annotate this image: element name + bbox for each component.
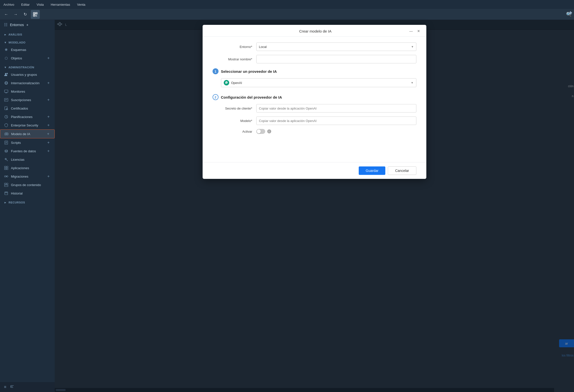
provider-select[interactable]: OpenAI ▼: [221, 78, 416, 87]
enterprise-security-icon: [4, 123, 8, 127]
sidebar-item-modelo-ia[interactable]: Modelo de IA +: [0, 129, 55, 138]
svg-rect-47: [5, 192, 8, 195]
fuentes-datos-plus[interactable]: +: [46, 149, 51, 153]
activate-row: Activar i: [213, 129, 416, 134]
menu-herramientas[interactable]: Herramientas: [49, 2, 72, 7]
svg-rect-40: [4, 168, 6, 170]
section2-title: Configuración del proveedor de IA: [221, 95, 282, 99]
menu-editar[interactable]: Editar: [20, 2, 31, 7]
sidebar-item-enterprise-security[interactable]: Enterprise Security +: [0, 121, 55, 129]
qr-button[interactable]: [31, 10, 40, 19]
sidebar-item-objetos[interactable]: ⬡ Objetos +: [0, 54, 55, 62]
svg-rect-39: [6, 166, 8, 168]
secret-row: Secreto de cliente*: [213, 104, 416, 113]
administracion-chevron: ▼: [4, 66, 7, 69]
model-input[interactable]: [256, 117, 416, 125]
enterprise-security-plus[interactable]: +: [46, 123, 51, 127]
modal-minimize-button[interactable]: —: [408, 28, 414, 34]
sidebar-item-historial[interactable]: Historial: [0, 189, 55, 197]
scripts-plus[interactable]: +: [46, 140, 51, 145]
internacionalizacion-plus[interactable]: +: [46, 81, 51, 85]
suscripciones-plus[interactable]: +: [46, 98, 51, 102]
save-button[interactable]: Guardar: [359, 166, 385, 175]
migraciones-plus[interactable]: +: [46, 174, 51, 179]
modal-close-button[interactable]: ✕: [416, 28, 421, 34]
administracion-section[interactable]: ▼ ADMINISTRACIÓN: [0, 62, 55, 70]
secret-input[interactable]: [256, 104, 416, 113]
svg-rect-45: [6, 183, 8, 185]
sidebar-item-suscripciones[interactable]: Suscripciones +: [0, 96, 55, 104]
svg-rect-9: [36, 16, 36, 16]
mostrar-nombre-label: Mostrar nombre*: [213, 57, 252, 61]
svg-rect-41: [6, 168, 8, 170]
sidebar-item-migraciones[interactable]: Migraciones +: [0, 172, 55, 181]
svg-point-27: [7, 134, 7, 134]
sidebar-item-grupos-contenido[interactable]: Grupos de contenido: [0, 181, 55, 189]
menu-vista[interactable]: Vista: [35, 2, 45, 7]
section1-header: 1 Seleccionar un proveedor de IA: [213, 68, 416, 74]
usuarios-icon: [4, 72, 8, 77]
sidebar-item-aplicaciones[interactable]: Aplicaciones: [0, 164, 55, 172]
activate-toggle-container: i: [256, 129, 271, 134]
mostrar-nombre-input[interactable]: [256, 55, 416, 63]
svg-rect-7: [36, 15, 37, 16]
openai-icon: [224, 80, 229, 85]
pin-icon[interactable]: [568, 11, 572, 16]
svg-rect-3: [34, 13, 35, 14]
planificaciones-icon: [4, 115, 8, 119]
mostrar-nombre-row: Mostrar nombre*: [213, 55, 416, 63]
sidebar-item-planificaciones[interactable]: Planificaciones +: [0, 113, 55, 121]
sidebar-item-usuarios-grupos[interactable]: Usuarios y grupos: [0, 70, 55, 79]
sidebar-item-fuentes-datos[interactable]: Fuentes de datos +: [0, 147, 55, 155]
modelado-section[interactable]: ▼ MODELADO: [0, 38, 55, 45]
sidebar-item-esquemas[interactable]: ❋ Esquemas: [0, 45, 55, 54]
entorno-row: Entorno* Local ▼: [213, 42, 416, 51]
internacionalizacion-icon: [4, 81, 8, 85]
aplicaciones-icon: [4, 166, 8, 170]
entorno-select-wrapper: Local ▼: [256, 42, 416, 51]
certificados-icon: [4, 106, 8, 111]
svg-point-63: [226, 82, 227, 83]
refresh-button[interactable]: ↻: [21, 11, 29, 18]
svg-rect-5: [34, 15, 35, 16]
entornos-plus-icon[interactable]: +: [26, 23, 28, 27]
sidebar-item-scripts[interactable]: Scripts +: [0, 138, 55, 147]
grid-icon: ☷: [4, 22, 7, 27]
entorno-select[interactable]: Local: [256, 42, 416, 51]
esquemas-icon: ❋: [4, 47, 8, 52]
objetos-plus-icon[interactable]: +: [46, 56, 51, 60]
modal-title: Crear modelo de IA: [222, 29, 408, 33]
recursos-chevron: ►: [4, 201, 7, 204]
sidebar-item-licencias[interactable]: Licencias: [0, 155, 55, 164]
modelo-ia-plus[interactable]: +: [46, 132, 50, 136]
recursos-section[interactable]: ► RECURSOS: [0, 197, 55, 205]
toolbar: ← → ↻ 🔍: [0, 9, 574, 20]
top-menubar: Archivo Editar Vista Herramientas Venta: [0, 0, 574, 9]
back-button[interactable]: ←: [2, 11, 10, 18]
section2-header: 2 Configuración del proveedor de IA: [213, 94, 416, 100]
sidebar-tree-view-icon[interactable]: [10, 385, 14, 390]
activate-toggle[interactable]: [256, 129, 265, 134]
menu-archivo[interactable]: Archivo: [2, 2, 16, 7]
historial-icon: [4, 191, 8, 196]
svg-point-10: [5, 73, 6, 75]
scripts-icon: [4, 140, 8, 145]
svg-point-35: [5, 150, 7, 151]
modal-overlay: Crear modelo de IA — ✕ Entorno* Local ▼: [55, 20, 574, 392]
sidebar-item-internacionalizacion[interactable]: Internacionalización +: [0, 79, 55, 87]
svg-rect-15: [4, 90, 8, 92]
sidebar-item-monitores[interactable]: Monitores: [0, 87, 55, 96]
monitores-icon: [4, 89, 8, 94]
activate-info-icon[interactable]: i: [267, 129, 271, 133]
svg-rect-44: [4, 183, 6, 185]
grupos-contenido-icon: [4, 183, 8, 187]
sidebar-item-entornos[interactable]: ☷ Entornos +: [0, 20, 55, 30]
menu-venta[interactable]: Venta: [76, 2, 87, 7]
sidebar-list-view-icon[interactable]: ≡: [4, 385, 6, 389]
sidebar-item-certificados[interactable]: Certificados: [0, 104, 55, 113]
analisis-section[interactable]: ► ANÁLISIS: [0, 30, 55, 38]
entornos-label: Entornos: [10, 23, 24, 27]
planificaciones-plus[interactable]: +: [46, 115, 51, 119]
cancel-button[interactable]: Cancelar: [388, 166, 416, 175]
forward-button[interactable]: →: [12, 11, 19, 18]
